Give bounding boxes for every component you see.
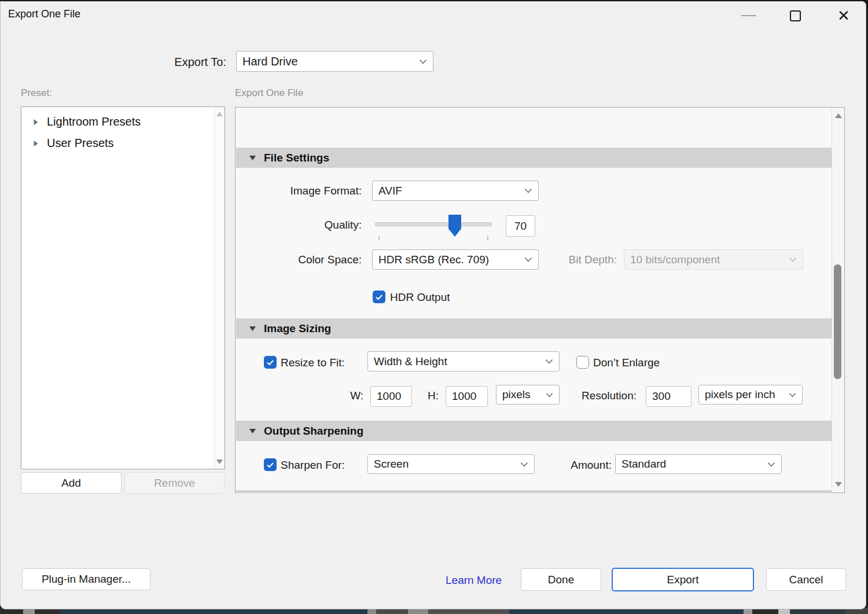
- resize-to-fit-checkbox[interactable]: [264, 356, 277, 369]
- resolution-units-dropdown[interactable]: pixels per inch: [698, 385, 803, 405]
- quality-label: Quality:: [235, 219, 362, 231]
- dont-enlarge-checkbox[interactable]: [576, 356, 589, 369]
- quality-slider-track[interactable]: [375, 222, 492, 226]
- resize-to-fit-label: Resize to Fit:: [281, 356, 345, 369]
- sharpen-for-value: Screen: [374, 458, 409, 470]
- screen: Export One File ✕ Export To: Hard Drive …: [0, 0, 868, 614]
- export-dialog: Export One File ✕ Export To: Hard Drive …: [0, 1, 866, 609]
- image-format-dropdown[interactable]: AVIF: [372, 181, 539, 201]
- chevron-down-icon: [789, 257, 797, 262]
- maximize-button[interactable]: [782, 7, 808, 24]
- plugin-manager-button[interactable]: Plug-in Manager...: [22, 568, 150, 590]
- add-preset-button[interactable]: Add: [21, 472, 122, 494]
- expander-right-icon[interactable]: [33, 119, 39, 126]
- section-title: Output Sharpening: [264, 425, 363, 437]
- export-to-label: Export To:: [87, 56, 226, 69]
- sharpen-for-label: Sharpen For:: [281, 459, 345, 472]
- preset-section-label: Preset:: [21, 87, 52, 99]
- list-item-lightroom-presets[interactable]: Lightroom Presets: [21, 111, 212, 133]
- collapse-triangle-icon[interactable]: [249, 155, 256, 161]
- height-input[interactable]: [446, 386, 488, 407]
- section-header-file-settings[interactable]: File Settings: [236, 148, 832, 168]
- learn-more-link[interactable]: Learn More: [446, 574, 502, 587]
- amount-value: Standard: [621, 458, 666, 470]
- sharpen-for-checkbox[interactable]: [264, 458, 277, 471]
- main-panel-label: Export One File: [235, 87, 303, 99]
- section-header-image-sizing[interactable]: Image Sizing: [236, 318, 832, 339]
- sharpen-for-dropdown[interactable]: Screen: [367, 454, 535, 474]
- color-space-value: HDR sRGB (Rec. 709): [378, 253, 489, 266]
- resolution-units-value: pixels per inch: [705, 388, 775, 401]
- width-label: W:: [336, 389, 363, 402]
- quality-input[interactable]: [506, 215, 535, 237]
- close-icon: ✕: [837, 7, 850, 25]
- bit-depth-value: 10 bits/component: [630, 253, 720, 266]
- slider-tick: [487, 236, 488, 240]
- resolution-label: Resolution:: [567, 389, 637, 402]
- chevron-down-icon: [545, 359, 553, 364]
- preset-list-scrollbar[interactable]: [214, 107, 225, 469]
- resolution-input[interactable]: [646, 386, 692, 407]
- export-button[interactable]: Export: [612, 568, 754, 591]
- section-header-output-sharpening[interactable]: Output Sharpening: [236, 421, 832, 441]
- section-title: File Settings: [264, 152, 329, 164]
- check-icon: [375, 294, 383, 300]
- hdr-output-label: HDR Output: [390, 291, 450, 304]
- check-icon: [266, 462, 274, 468]
- list-item-label: User Presets: [47, 137, 114, 150]
- dialog-title: Export One File: [8, 8, 80, 20]
- scroll-down-icon[interactable]: [835, 482, 842, 487]
- minimize-button[interactable]: [736, 7, 762, 24]
- check-icon: [266, 359, 274, 366]
- maximize-icon: [790, 10, 801, 21]
- expander-right-icon[interactable]: [33, 140, 39, 147]
- chevron-down-icon: [789, 392, 796, 398]
- collapse-triangle-icon[interactable]: [249, 428, 256, 434]
- list-item-label: Lightroom Presets: [47, 115, 141, 128]
- resize-mode-value: Width & Height: [374, 355, 447, 368]
- hdr-output-checkbox[interactable]: [373, 291, 385, 303]
- chevron-down-icon: [546, 392, 553, 398]
- export-to-dropdown[interactable]: Hard Drive: [236, 51, 433, 72]
- settings-panel-scroll-thumb[interactable]: [834, 264, 841, 379]
- amount-dropdown[interactable]: Standard: [615, 454, 782, 474]
- amount-label: Amount:: [550, 459, 612, 472]
- resize-mode-dropdown[interactable]: Width & Height: [367, 351, 560, 372]
- chevron-down-icon: [767, 462, 775, 467]
- collapse-triangle-icon[interactable]: [249, 326, 256, 332]
- cancel-button[interactable]: Cancel: [766, 568, 846, 591]
- chevron-down-icon: [520, 462, 528, 467]
- done-button[interactable]: Done: [521, 568, 601, 591]
- section-title: Image Sizing: [264, 322, 331, 335]
- scroll-down-icon[interactable]: [216, 459, 223, 464]
- close-button[interactable]: ✕: [831, 6, 856, 25]
- color-space-label: Color Space:: [235, 253, 362, 266]
- minimize-icon: [741, 15, 756, 16]
- image-format-value: AVIF: [378, 185, 402, 197]
- bit-depth-dropdown: 10 bits/component: [624, 249, 803, 270]
- remove-preset-button[interactable]: Remove: [124, 472, 225, 494]
- bit-depth-label: Bit Depth:: [521, 253, 617, 266]
- height-label: H:: [413, 389, 439, 402]
- scroll-up-icon[interactable]: [216, 112, 223, 116]
- export-to-value: Hard Drive: [242, 55, 298, 68]
- chevron-down-icon: [524, 188, 532, 193]
- next-section-header-partial: [236, 490, 832, 493]
- units-value: pixels: [502, 388, 531, 401]
- dont-enlarge-label: Don’t Enlarge: [593, 356, 660, 369]
- width-input[interactable]: [370, 386, 412, 407]
- scroll-up-icon[interactable]: [835, 113, 842, 118]
- list-item-user-presets[interactable]: User Presets: [21, 133, 212, 154]
- image-format-label: Image Format:: [235, 185, 362, 197]
- slider-tick: [378, 236, 380, 240]
- units-dropdown[interactable]: pixels: [496, 385, 560, 405]
- preset-list: Lightroom Presets User Presets: [21, 106, 225, 469]
- color-space-dropdown[interactable]: HDR sRGB (Rec. 709): [372, 249, 539, 270]
- chevron-down-icon: [419, 59, 427, 64]
